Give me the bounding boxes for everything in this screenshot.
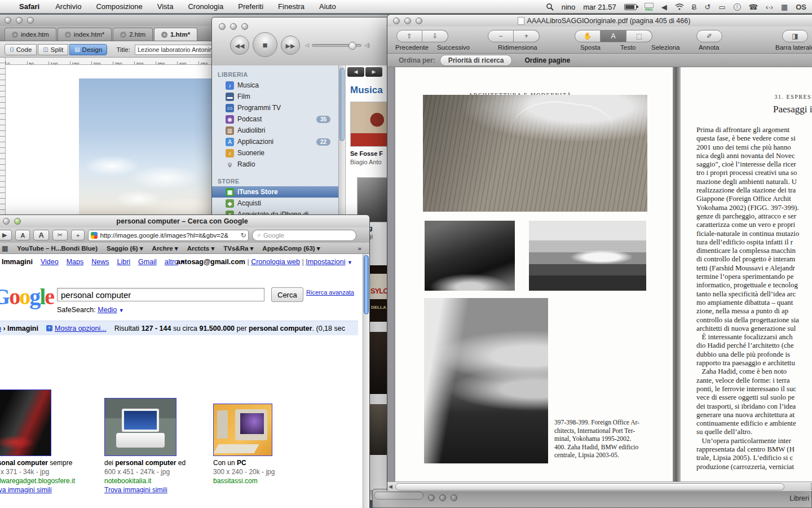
result-thumbnail-netbook[interactable] (104, 398, 176, 456)
battery-icon[interactable] (624, 4, 637, 10)
store-back-button[interactable]: ◀ (347, 67, 364, 77)
result-thumbnail-desktop-pc[interactable] (213, 404, 272, 456)
bookmarks-overflow-chevron[interactable]: » (358, 245, 361, 252)
tab-2-htm[interactable]: × 2.htm (113, 28, 153, 41)
close-tab-icon[interactable]: × (120, 32, 126, 38)
minimize-button[interactable] (404, 17, 411, 24)
keyboard-flag-icon[interactable]: PRO (645, 3, 654, 11)
close-tab-icon[interactable]: × (12, 32, 18, 38)
pdf-horizontal-scrollbar[interactable]: ◀ (387, 481, 812, 491)
result-thumbnail-laptops[interactable] (0, 389, 51, 456)
sidebar-item-podcast[interactable]: ◉ Podcast 35 (212, 113, 338, 125)
menu-clock[interactable]: mar 21.57 (583, 3, 616, 11)
topsites-grid-icon[interactable]: ▦ (2, 244, 8, 252)
zoom-button[interactable] (241, 23, 248, 30)
menu-finestra[interactable]: Finestra (278, 2, 304, 11)
settings-link[interactable]: Impostazioni (306, 258, 345, 266)
album-cover-dark[interactable] (369, 332, 387, 394)
menu-cronologia[interactable]: Cronologia (188, 2, 223, 11)
close-tab-icon[interactable]: × (161, 32, 167, 38)
url-text[interactable]: http://images.google.it/images?hl=it&gbv… (100, 232, 238, 239)
scroll-left-arrow[interactable]: ◀ (389, 484, 392, 489)
store-heading[interactable]: Musica (350, 85, 383, 96)
select-tool-button[interactable]: ⬚ (626, 30, 652, 42)
rewind-button[interactable]: ◀◀ (230, 36, 249, 55)
forward-button[interactable]: ▶ (0, 230, 12, 240)
menu-safari[interactable]: Safari (19, 2, 39, 11)
minimize-button[interactable] (439, 494, 446, 501)
zoom-button[interactable] (14, 218, 21, 225)
nav-video[interactable]: Video (41, 258, 59, 266)
tab-index-htm[interactable]: × index.htm (5, 28, 56, 41)
design-view-button[interactable]: ▤ Design (69, 44, 107, 55)
volume-slider[interactable] (312, 44, 361, 47)
store-forward-button[interactable]: ▶ (365, 67, 382, 77)
search-field[interactable]: ⌕ Google (252, 230, 356, 241)
zoom-out-button[interactable]: − (488, 30, 514, 42)
forward-button[interactable]: ▶▶ (281, 36, 300, 55)
previous-page-button[interactable]: ⇧ (396, 30, 422, 42)
scroll-thumb[interactable] (339, 68, 345, 141)
move-tool-button[interactable]: ✋ (575, 30, 601, 42)
similar-images-link[interactable]: ova immagini simili (0, 486, 52, 494)
settings-arrow-icon[interactable]: ▼ (347, 260, 352, 265)
breadcrumb-web-link[interactable]: b (0, 325, 1, 332)
bookmark-item[interactable]: Saggio (6) ▾ (107, 244, 143, 252)
pdf-content-area[interactable]: ARCHITETTURA E MODERNITÀ 397-398-399. Fo… (387, 67, 812, 481)
nav-gmail[interactable]: Gmail (138, 258, 157, 266)
reload-icon[interactable]: ↻ (240, 231, 246, 239)
split-view-button[interactable]: ◫ Split (38, 44, 68, 55)
scrollbar-fragment[interactable] (374, 492, 423, 500)
text-tool-button[interactable]: A (601, 30, 626, 42)
sort-page-order-button[interactable]: Ordine pagine (524, 56, 570, 64)
scroll-thumb[interactable] (395, 483, 784, 491)
code-view-button[interactable]: ⟨⟩ Code (5, 44, 37, 55)
safari-titlebar[interactable]: personal computer – Cerca con Google (0, 215, 369, 227)
tab-index-htm-modified[interactable]: × index.htm* (58, 28, 112, 41)
sidebar-item-radio[interactable]: ψ Radio (212, 159, 338, 170)
text-larger-button[interactable]: A (33, 230, 48, 240)
time-machine-icon[interactable]: ↺ (705, 3, 711, 11)
zoom-button[interactable] (416, 17, 422, 24)
safesearch-value-link[interactable]: Medio (98, 306, 117, 314)
bookmark-item[interactable]: Archre ▾ (152, 244, 178, 252)
sidebar-toggle-button[interactable]: ◨ (782, 30, 808, 42)
libreria-traffic-lights[interactable] (428, 494, 457, 501)
itunes-player-chrome[interactable]: ◀◀ ■ ▶▶ ◁ ◁) (212, 17, 401, 65)
itunes-traffic-lights[interactable] (219, 23, 248, 30)
sidebar-item-applicazioni[interactable]: A Applicazioni 22 (212, 136, 338, 147)
cerca-button[interactable]: Cerca (271, 287, 303, 302)
menu-vista[interactable]: Vista (157, 2, 174, 11)
sidebar-item-suonerie[interactable]: ♪ Suonerie (212, 147, 338, 159)
new-tab-button[interactable]: + (71, 230, 85, 240)
address-bar[interactable]: http://images.google.it/images?hl=it&gbv… (88, 230, 249, 241)
minimize-button[interactable] (3, 218, 10, 225)
close-button[interactable] (5, 17, 11, 24)
tab-1-htm-active[interactable]: × 1.htm* (154, 28, 197, 41)
sidebar-item-film[interactable]: ▬ Film (212, 91, 338, 102)
spaces-grid-icon[interactable]: ▦ (781, 3, 788, 11)
fast-user-switching[interactable]: nino (562, 3, 576, 11)
pdf-titlebar[interactable]: AAAALibroSAGGIOoriginale.pdf (pagina 405… (387, 15, 812, 27)
zoom-in-button[interactable]: + (514, 30, 540, 42)
volume-knob[interactable] (348, 42, 356, 50)
sidebar-item-audiolibri[interactable]: ▥ Audiolibri (212, 125, 338, 136)
wifi-icon[interactable] (675, 3, 684, 10)
close-button[interactable] (219, 23, 226, 30)
phone-icon[interactable]: ☎ (749, 3, 758, 11)
search-input[interactable]: personal computer (57, 288, 264, 301)
album-cover-dark2[interactable] (369, 404, 387, 455)
script-icon[interactable]: ‹·› (766, 3, 773, 11)
webclip-icon[interactable]: ✂ (52, 230, 68, 240)
sidebar-item-itunes-store[interactable]: ▣ iTunes Store (212, 186, 338, 198)
volume-icon[interactable]: ◀ (661, 3, 667, 11)
lastfm-icon[interactable]: OS (796, 3, 806, 11)
safesearch-arrow-icon[interactable]: ▼ (119, 308, 124, 313)
sidebar-item-programmi-tv[interactable]: ▭ Programmi TV (212, 102, 338, 113)
nav-maps[interactable]: Maps (67, 258, 84, 266)
next-page-button[interactable]: ⇩ (422, 30, 448, 42)
pdf-traffic-lights[interactable] (393, 17, 422, 24)
bookmark-item[interactable]: Arctcts ▾ (187, 244, 215, 252)
close-tab-icon[interactable]: × (65, 32, 71, 38)
bookmark-item[interactable]: TVs&Ra ▾ (223, 244, 253, 252)
